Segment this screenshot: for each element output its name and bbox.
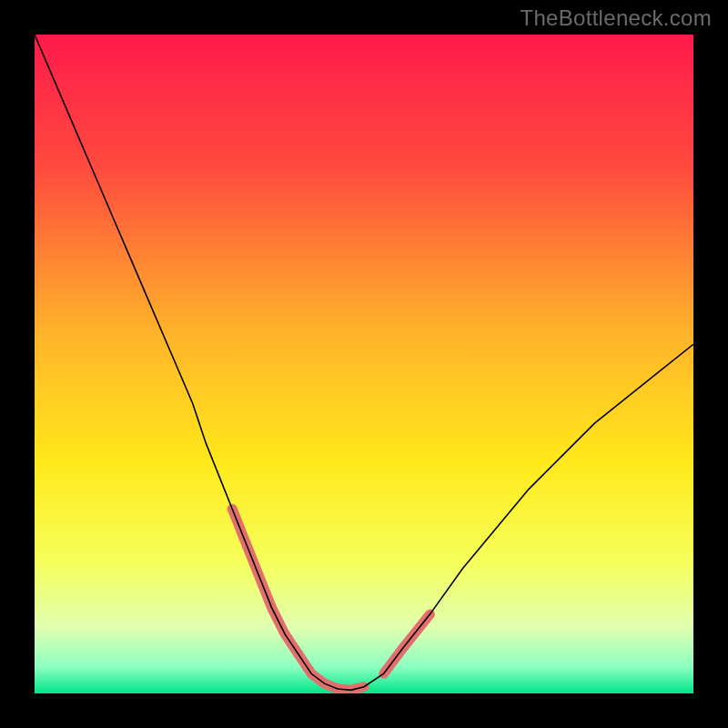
bottleneck-chart <box>35 35 693 693</box>
gradient-background <box>35 35 693 693</box>
chart-frame: TheBottleneck.com <box>0 0 728 728</box>
watermark-label: TheBottleneck.com <box>520 5 712 31</box>
